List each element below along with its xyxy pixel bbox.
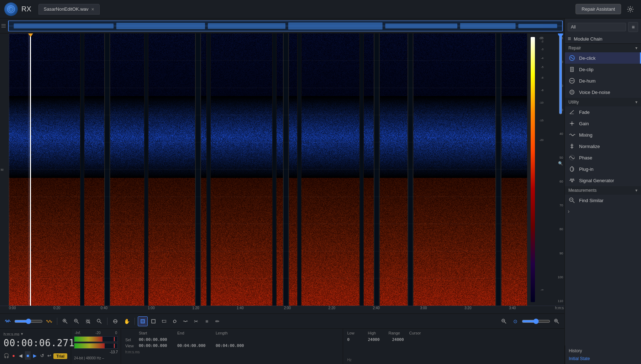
tick-20: 0:20 [53, 306, 60, 310]
zoom-out-time-btn[interactable] [499, 316, 509, 326]
module-chain-row[interactable]: ≡ Module Chain [565, 34, 641, 44]
svg-line-13 [65, 322, 67, 323]
time-format-arrow[interactable]: ▾ [21, 332, 23, 336]
phase-item[interactable]: Phase [565, 152, 641, 163]
find-similar-item[interactable]: Find Similar [565, 195, 641, 206]
length-header: Length [216, 331, 251, 335]
zoom-selection-btn[interactable] [83, 316, 93, 326]
rewind-btn[interactable]: ◀ [18, 351, 23, 360]
sel-label: Sel [125, 338, 136, 342]
harmonic-btn[interactable] [180, 316, 190, 326]
spectrogram-view[interactable] [9, 33, 527, 306]
pen-btn[interactable]: ✏ [212, 316, 222, 326]
time-format-label: h:m:s.ms ▾ [4, 332, 67, 336]
rect-select-btn[interactable] [159, 316, 169, 326]
tick-hms: h:m:s [555, 306, 564, 310]
gap-5 [297, 33, 301, 306]
pan-btn[interactable]: ✋ [122, 316, 132, 326]
declick-label: De-click [579, 56, 595, 61]
filter-menu-btn[interactable]: ≡ [628, 22, 638, 32]
zoom-reset-btn[interactable] [110, 316, 120, 326]
zoom-controls-right: ⊙ [499, 316, 562, 326]
scissors-btn[interactable]: ✂ [191, 316, 201, 326]
settings-icon-button[interactable] [624, 3, 637, 16]
sel-column-headers: Start End Length [125, 331, 338, 335]
gap-1 [80, 33, 84, 306]
low-value: 0 [347, 337, 365, 342]
phase-label: Phase [579, 155, 592, 160]
playback-zoom-slider[interactable] [522, 318, 550, 324]
zoom-in-time-btn[interactable] [552, 316, 562, 326]
repair-section-header[interactable]: Repair ▾ [565, 44, 641, 52]
high-value: 24000 [368, 337, 389, 342]
utility-section-header[interactable]: Utility ▾ [565, 98, 641, 106]
bottom-toolbar: ✋ ✂ ≡ ✏ [0, 313, 564, 328]
plugin-item[interactable]: Plug-in [565, 163, 641, 175]
gain-item[interactable]: Gain [565, 118, 641, 129]
tick-120: 1:20 [192, 306, 199, 310]
waveform-view-btn[interactable] [3, 316, 13, 326]
voice-denoise-item[interactable]: Voice De-noise [565, 86, 641, 98]
monitor-btn[interactable]: 🎧 [4, 351, 9, 360]
zoom-out-btn[interactable] [72, 316, 82, 326]
inpoint-btn[interactable]: ↩ [46, 351, 52, 360]
tick-300: 3:00 [420, 306, 427, 310]
zoom-out-freq-btn[interactable]: 🔍 [556, 158, 564, 168]
time-select-btn[interactable] [138, 316, 148, 326]
fade-item[interactable]: Fade [565, 106, 641, 118]
declip-item[interactable]: De-clip [565, 64, 641, 75]
play-btn[interactable]: ▶ [32, 351, 38, 360]
selection-tools: ✂ ≡ ✏ [138, 316, 222, 326]
playback-cursor-btn[interactable]: ⊙ [510, 316, 520, 326]
more-items-btn[interactable]: › [565, 206, 641, 217]
tab-filename: SasarNonEditOK.wav [44, 6, 89, 12]
history-title: History [569, 348, 638, 353]
freq-select-btn[interactable] [148, 316, 158, 326]
plugin-label: Plug-in [579, 167, 593, 172]
loop-btn[interactable]: ↺ [39, 351, 45, 360]
repair-assistant-button[interactable]: Repair Assistant [576, 4, 621, 14]
status-bar: h:m:s.ms ▾ 00:00:06.271 🎧 ● ◀ ■ ▶ ↺ ↩ Tr… [0, 328, 564, 364]
gain-label: Gain [579, 121, 589, 126]
time-format-text: h:m:s.ms [4, 332, 20, 336]
svg-point-1 [629, 8, 631, 10]
dehum-item[interactable]: De-hum [565, 75, 641, 86]
history-panel: History Initial State [565, 345, 641, 364]
freq-zoom-slider[interactable] [557, 33, 564, 114]
hz-info: Low High Range Cursor 0 24000 24000 Hz [343, 329, 565, 364]
left-panel: M dB -2 -3 [0, 19, 564, 364]
overview-collapse-btn[interactable] [1, 24, 6, 27]
utility-arrow: ▾ [635, 100, 637, 105]
normalize-item[interactable]: Normalize [565, 141, 641, 152]
svg-line-23 [100, 322, 101, 323]
signal-gen-item[interactable]: Signal Generator [565, 175, 641, 186]
high-header: High [368, 331, 386, 335]
zoom-in-btn[interactable] [60, 316, 70, 326]
db-val-3: -3 [541, 48, 543, 51]
mixing-item[interactable]: Mixing [565, 129, 641, 141]
svg-rect-28 [162, 320, 166, 322]
title-bar: RX SasarNonEditOK.wav × Repair Assistant [0, 0, 641, 19]
zoom-fit-btn[interactable] [94, 316, 104, 326]
declick-item[interactable]: De-click [565, 52, 641, 64]
stop-btn[interactable]: ■ [25, 351, 31, 360]
svg-rect-27 [152, 320, 155, 323]
view-label: View [125, 344, 136, 348]
file-tab[interactable]: SasarNonEditOK.wav × [38, 4, 100, 15]
lasso-btn[interactable] [170, 316, 180, 326]
history-initial-state[interactable]: Initial State [569, 356, 638, 361]
stack-btn[interactable]: ≡ [202, 316, 212, 326]
waveform-type-btn[interactable] [44, 316, 54, 326]
filter-dropdown[interactable]: All [568, 23, 626, 31]
overview-waveform[interactable] [8, 20, 563, 32]
spectrogram-canvas [9, 33, 527, 306]
tab-close-btn[interactable]: × [91, 6, 94, 12]
zoom-slider[interactable] [14, 318, 43, 324]
hz-format-label: Hz [347, 358, 561, 362]
range-header: Range [389, 331, 406, 335]
vertical-zoom-controls[interactable]: 🔍 🔍 [557, 33, 564, 170]
y-axis-freq-labels: M [0, 33, 9, 306]
record-btn[interactable]: ● [11, 351, 16, 360]
db-val-inf: -∞ [541, 288, 543, 291]
measurements-section-header[interactable]: Measurements ▾ [565, 186, 641, 195]
